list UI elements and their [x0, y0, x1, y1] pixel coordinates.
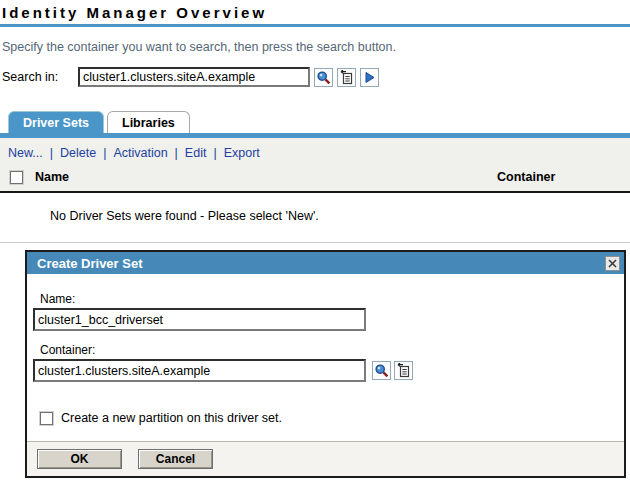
create-driver-set-dialog: Create Driver Set Name: Container:: [25, 250, 626, 478]
toolbar-link-new[interactable]: New...: [8, 146, 43, 160]
toolbar-separator: |: [103, 146, 106, 160]
object-history-icon: [396, 363, 411, 378]
partition-checkbox-label: Create a new partition on this driver se…: [61, 411, 282, 425]
dialog-close-button[interactable]: [605, 256, 620, 271]
table-header-row: Name Container: [0, 167, 630, 193]
tab-driver-sets[interactable]: Driver Sets: [8, 111, 104, 133]
name-field-label: Name:: [40, 292, 614, 306]
container-field-label: Container:: [40, 343, 614, 357]
action-toolbar: New...|Delete|Activation|Edit|Export: [0, 138, 630, 167]
search-button[interactable]: [314, 68, 333, 87]
container-field-row: [33, 359, 614, 382]
instruction-text: Specify the container you want to search…: [2, 40, 630, 54]
dialog-title: Create Driver Set: [37, 256, 605, 271]
go-button[interactable]: [360, 68, 379, 87]
object-history-button[interactable]: [337, 68, 356, 87]
section-divider: [0, 242, 630, 243]
dialog-footer: OK Cancel: [27, 441, 624, 476]
container-history-button[interactable]: [394, 361, 413, 380]
search-input[interactable]: [78, 67, 310, 87]
toolbar-separator: |: [213, 146, 216, 160]
toolbar-separator: |: [50, 146, 53, 160]
toolbar-link-edit[interactable]: Edit: [185, 146, 207, 160]
search-row: Search in:: [2, 67, 630, 87]
toolbar-link-delete[interactable]: Delete: [60, 146, 96, 160]
dialog-titlebar: Create Driver Set: [27, 252, 624, 274]
search-in-label: Search in:: [2, 70, 78, 84]
close-icon: [607, 258, 618, 269]
go-icon: [363, 71, 376, 84]
container-field[interactable]: [33, 359, 366, 382]
container-search-button[interactable]: [372, 361, 391, 380]
cancel-button[interactable]: Cancel: [138, 449, 213, 469]
select-all-checkbox[interactable]: [10, 171, 23, 184]
search-icon: [374, 363, 389, 378]
toolbar-separator: |: [175, 146, 178, 160]
dialog-body: Name: Container:: [27, 274, 624, 425]
name-field[interactable]: [33, 308, 366, 331]
partition-checkbox-row: Create a new partition on this driver se…: [40, 411, 614, 425]
tab-libraries[interactable]: Libraries: [107, 111, 190, 133]
toolbar-link-activation[interactable]: Activation: [113, 146, 167, 160]
object-history-icon: [339, 70, 354, 85]
title-divider: [0, 24, 630, 27]
column-header-container: Container: [497, 170, 622, 184]
results-grid-header: New...|Delete|Activation|Edit|Export Nam…: [0, 138, 630, 193]
tab-strip: Driver Sets Libraries: [8, 111, 630, 133]
partition-checkbox[interactable]: [40, 412, 53, 425]
toolbar-link-export[interactable]: Export: [224, 146, 260, 160]
page-title: Identity Manager Overview: [0, 0, 630, 24]
column-header-name: Name: [35, 170, 69, 184]
empty-results-message: No Driver Sets were found - Please selec…: [50, 209, 630, 223]
ok-button[interactable]: OK: [37, 449, 122, 469]
search-icon: [316, 70, 331, 85]
